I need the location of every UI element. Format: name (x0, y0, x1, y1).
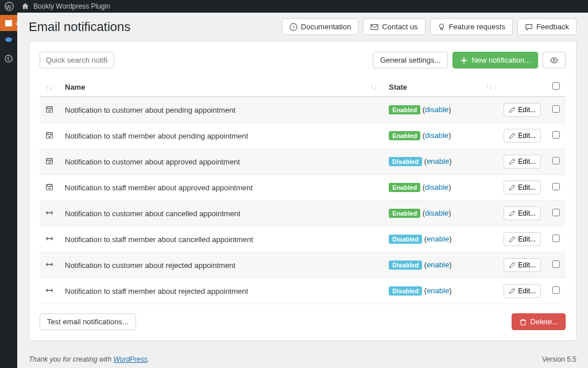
edit-button[interactable]: Edit... (504, 206, 541, 220)
home-icon (21, 2, 30, 11)
state-badge: Disabled (389, 235, 422, 244)
contact-button[interactable]: Contact us (363, 18, 425, 35)
pencil-icon (509, 132, 516, 139)
select-all-checkbox[interactable] (552, 82, 560, 90)
test-email-button[interactable]: Test email notifications... (40, 313, 136, 330)
page-title: Email notifications (29, 20, 130, 34)
row-checkbox[interactable] (552, 209, 560, 216)
trash-icon (519, 318, 527, 326)
toggle-state-link[interactable]: enable (427, 157, 449, 166)
eye-icon (550, 56, 558, 64)
col-name: Name ↑↓ (59, 78, 383, 97)
delete-button[interactable]: Delete... (512, 313, 566, 330)
state-cell: Enabled (disable) (383, 123, 498, 149)
page-header: Email notifications ? Documentation Cont… (29, 18, 577, 35)
notification-name: Notification to staff member about rejec… (59, 278, 383, 304)
row-checkbox[interactable] (552, 105, 560, 113)
documentation-button[interactable]: ? Documentation (282, 18, 358, 35)
toggle-state-link[interactable]: enable (427, 235, 449, 243)
pencil-icon (509, 106, 516, 113)
general-settings-button[interactable]: General settings... (373, 52, 448, 68)
arrows-icon (40, 227, 59, 252)
table-row: Notification to customer about rejected … (40, 252, 566, 278)
row-checkbox[interactable] (552, 235, 560, 242)
svg-point-3 (5, 37, 12, 42)
toggle-state-link[interactable]: disable (425, 105, 448, 114)
calendar-check-icon (40, 123, 59, 149)
new-notification-button[interactable]: New notification... (452, 52, 538, 68)
visibility-button[interactable] (543, 52, 566, 68)
pencil-icon (509, 288, 516, 294)
notification-name: Notification to customer about approved … (59, 149, 383, 175)
search-input[interactable] (40, 52, 114, 68)
edit-button[interactable]: Edit... (504, 232, 541, 246)
wordpress-icon (5, 2, 14, 11)
table-row: Notification to customer about pending a… (40, 97, 566, 123)
state-cell: Disabled (enable) (383, 149, 498, 175)
main-content: Email notifications ? Documentation Cont… (17, 13, 588, 368)
edit-button[interactable]: Edit... (504, 103, 541, 117)
chat-icon (525, 23, 533, 31)
pencil-icon (509, 262, 516, 269)
row-checkbox[interactable] (552, 131, 560, 139)
lightbulb-icon (438, 23, 446, 31)
toggle-state-link[interactable]: enable (427, 260, 449, 269)
site-home-link[interactable]: Bookly Wordpress Plugin (21, 2, 110, 11)
envelope-icon (370, 23, 378, 31)
plus-icon (460, 56, 468, 64)
state-cell: Disabled (enable) (383, 278, 498, 304)
calendar-check-icon (40, 97, 59, 123)
pencil-icon (509, 158, 516, 165)
col-state: State ↑↓ (383, 78, 498, 97)
svg-text:?: ? (292, 24, 295, 30)
sidebar-item-2[interactable] (0, 31, 17, 47)
toggle-state-link[interactable]: enable (427, 286, 449, 295)
sort-icon[interactable]: ↑↓ (45, 83, 52, 91)
version-label: Version 5.5 (542, 355, 577, 363)
toggle-state-link[interactable]: disable (425, 131, 448, 140)
chevron-left-icon: ‹ (15, 18, 18, 28)
collapse-icon (5, 55, 13, 63)
arrows-icon (40, 201, 59, 227)
help-icon: ? (289, 23, 297, 31)
calendar-icon (4, 18, 13, 28)
cloud-icon (5, 35, 13, 43)
wordpress-link[interactable]: WordPress (113, 355, 147, 363)
row-checkbox[interactable] (552, 260, 560, 268)
arrows-icon (40, 252, 59, 278)
state-badge: Enabled (389, 131, 420, 140)
notifications-panel: General settings... New notification... … (29, 41, 577, 341)
sort-icon[interactable]: ↑↓ (485, 83, 492, 91)
state-badge: Enabled (389, 105, 420, 114)
svg-rect-7 (371, 24, 378, 29)
svg-point-8 (439, 24, 443, 28)
row-checkbox[interactable] (552, 286, 560, 294)
row-checkbox[interactable] (552, 183, 560, 190)
sort-icon[interactable]: ↑↓ (370, 83, 377, 91)
pencil-icon (509, 236, 516, 243)
edit-button[interactable]: Edit... (504, 155, 541, 168)
notification-name: Notification to staff member about appro… (59, 175, 383, 201)
header-actions: ? Documentation Contact us Feature reque… (282, 18, 577, 35)
sidebar-collapse[interactable] (0, 51, 17, 67)
edit-button[interactable]: Edit... (504, 258, 541, 272)
edit-button[interactable]: Edit... (504, 129, 541, 143)
edit-button[interactable]: Edit... (504, 181, 541, 194)
toggle-state-link[interactable]: disable (425, 183, 448, 191)
state-cell: Disabled (enable) (383, 227, 498, 252)
feedback-button[interactable]: Feedback (517, 18, 577, 35)
notifications-table: ↑↓ Name ↑↓ State ↑↓ (40, 78, 566, 304)
toggle-state-link[interactable]: disable (425, 209, 448, 217)
edit-button[interactable]: Edit... (504, 284, 541, 298)
site-name: Bookly Wordpress Plugin (33, 2, 110, 10)
notification-name: Notification to customer about pending a… (59, 97, 383, 123)
sidebar-item-bookly[interactable]: ‹ (0, 15, 17, 31)
table-row: Notification to customer about approved … (40, 149, 566, 175)
feature-requests-button[interactable]: Feature requests (430, 18, 513, 35)
state-cell: Enabled (disable) (383, 97, 498, 123)
row-checkbox[interactable] (552, 157, 560, 164)
state-badge: Enabled (389, 183, 420, 192)
svg-point-4 (5, 55, 12, 62)
notification-name: Notification to staff member about pendi… (59, 123, 383, 149)
notification-name: Notification to staff member about cance… (59, 227, 383, 252)
